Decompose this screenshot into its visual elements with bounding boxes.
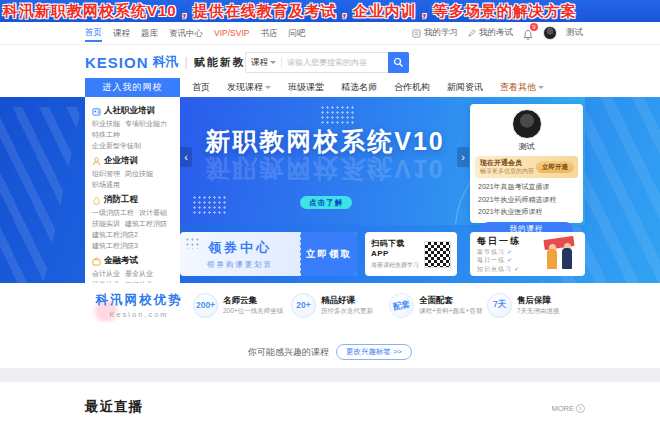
category-title[interactable]: 人社职业培训 bbox=[104, 105, 155, 117]
top-nav-qa[interactable]: 问吧 bbox=[288, 26, 305, 40]
qr-code bbox=[424, 241, 451, 268]
advantage-badge: 7天 bbox=[487, 293, 512, 318]
category-title[interactable]: 消防工程 bbox=[104, 194, 138, 206]
search-category-label: 课程 bbox=[251, 57, 268, 69]
vip-banner: 现在开通会员 畅享更多优质的内容 立即开通 bbox=[475, 156, 578, 178]
advantage-desc: 200+位一线名师坐镇 bbox=[223, 306, 283, 315]
chevron-down-icon bbox=[538, 86, 544, 89]
category-sub-link[interactable]: 技能实训 bbox=[92, 219, 120, 229]
user-course-link[interactable]: 2021年真题考试直播课 bbox=[478, 181, 575, 194]
logo[interactable]: KESION 科汛 | 赋能新教育 bbox=[85, 53, 259, 71]
advantage-desc: 课程+资料+题库+答疑 bbox=[419, 306, 482, 315]
chevron-down-icon bbox=[265, 86, 271, 89]
more-link[interactable]: MORE › bbox=[552, 404, 586, 413]
main-nav-home[interactable]: 首页 bbox=[192, 81, 210, 94]
carousel-prev-button[interactable]: ‹ bbox=[180, 147, 192, 167]
recent-live-header: 最近直播 MORE › bbox=[85, 398, 585, 416]
daily-practice-item[interactable]: 每日一练✓ bbox=[477, 256, 540, 265]
advantage-title: 名师云集 bbox=[223, 295, 283, 306]
category-sub-link[interactable]: 建筑工程消防3 bbox=[92, 241, 138, 251]
section-separator-band bbox=[0, 368, 660, 382]
enter-my-school-button[interactable]: 进入我的网校 bbox=[85, 78, 180, 97]
page: 科汛新职教网校系统V10，提供在线教育及考试，企业内训，等多场景的解决方案 首页… bbox=[0, 0, 660, 421]
recent-live-title: 最近直播 bbox=[85, 398, 143, 416]
carousel-next-button[interactable]: › bbox=[457, 147, 469, 167]
category-finance-exam: 金融考试 会计从业 基金从业 证券从业 银行从业 期货从业 bbox=[92, 255, 173, 283]
advantage-badge: 200+ bbox=[193, 293, 218, 318]
vip-open-button[interactable]: 立即开通 bbox=[536, 161, 574, 173]
my-exam-label: 我的考试 bbox=[479, 27, 513, 39]
top-nav-home[interactable]: 首页 bbox=[85, 25, 102, 42]
category-sub-link[interactable]: 岗位技能 bbox=[125, 169, 153, 179]
search-box: 课程 bbox=[245, 52, 388, 73]
user-course-link[interactable]: 2021年执业医师课程 bbox=[478, 206, 575, 219]
category-sub-link[interactable]: 证券从业 bbox=[92, 280, 120, 283]
banner-title-box: 新职教网校系统V10 新职教网校系统V10 bbox=[180, 125, 470, 185]
avatar[interactable] bbox=[543, 26, 557, 40]
daily-practice-title: 每日一练 bbox=[477, 235, 540, 248]
category-sub-link[interactable]: 一级消防工程 bbox=[92, 208, 134, 218]
search-category-dropdown[interactable]: 课程 bbox=[246, 57, 281, 69]
category-fire-engineering: 消防工程 一级消防工程 设计基础 技能实训 建筑工程消防 建筑工程消防2 建筑工… bbox=[92, 194, 173, 251]
notifications-button[interactable]: 9 bbox=[522, 27, 534, 39]
search-button[interactable] bbox=[388, 52, 409, 73]
top-nav: 首页 课程 题库 资讯中心 VIP/SVIP 书店 问吧 我的学习 我的考试 9… bbox=[0, 22, 660, 45]
main-nav-discover-courses[interactable]: 发现课程 bbox=[227, 81, 271, 94]
banner-cta-button[interactable]: 点击了解 bbox=[300, 196, 352, 209]
advantage-guarantee: 7天 售后保障 7天无理由退换 bbox=[487, 293, 585, 318]
daily-practice-item[interactable]: 知识点练习✓ bbox=[477, 265, 540, 274]
advantage-teachers: 200+ 名师云集 200+位一线名师坐镇 bbox=[193, 293, 291, 318]
username[interactable]: 测试 bbox=[566, 27, 583, 39]
category-sub-link[interactable]: 建筑工程消防 bbox=[125, 219, 167, 229]
check-icon: ✓ bbox=[507, 257, 513, 263]
search-input[interactable] bbox=[282, 58, 388, 67]
interest-text: 你可能感兴趣的课程 bbox=[248, 346, 329, 359]
top-nav-question-bank[interactable]: 题库 bbox=[141, 26, 158, 40]
top-nav-vip[interactable]: VIP/SVIP bbox=[214, 26, 249, 40]
daily-practice-card: 每日一练 章节练习✓ 每日一练✓ 知识点练习✓ bbox=[470, 232, 585, 276]
category-sub-link[interactable]: 银行从业 bbox=[125, 280, 153, 283]
my-exam-link[interactable]: 我的考试 bbox=[467, 27, 513, 39]
cheering-people-illustration bbox=[540, 235, 578, 273]
category-title[interactable]: 企业培训 bbox=[104, 155, 138, 167]
advantage-title: 精品好课 bbox=[321, 295, 373, 306]
main-nav-links: 首页 发现课程 班级课堂 精选名师 合作机构 新闻资讯 查看其他 bbox=[192, 78, 544, 97]
logo-divider: | bbox=[185, 55, 188, 69]
advantages-domain: Kesion.com bbox=[85, 310, 193, 319]
top-nav-bookstore[interactable]: 书店 bbox=[260, 26, 277, 40]
category-sub-link[interactable]: 基金从业 bbox=[125, 269, 153, 279]
advantages-bar: 科汛网校优势 Kesion.com 200+ 名师云集 200+位一线名师坐镇 … bbox=[85, 287, 585, 323]
main-nav-class-room[interactable]: 班级课堂 bbox=[288, 81, 324, 94]
top-nav-news-center[interactable]: 资讯中心 bbox=[169, 26, 203, 40]
change-interest-tags-button[interactable]: 更改兴趣标签 >> bbox=[336, 344, 412, 360]
category-sub-link[interactable]: 职业技能 bbox=[92, 119, 120, 129]
main-nav-featured-teachers[interactable]: 精选名师 bbox=[341, 81, 377, 94]
banner-title-reflection: 新职教网校系统V10 bbox=[180, 152, 470, 185]
category-sub-link[interactable]: 专项职业能力 bbox=[125, 119, 167, 129]
advantage-desc: 7天无理由退换 bbox=[517, 306, 560, 315]
advantage-desc: 历经多次迭代更新 bbox=[321, 306, 373, 315]
category-sub-link[interactable]: 组织管理 bbox=[92, 169, 120, 179]
main-nav-partners[interactable]: 合作机构 bbox=[394, 81, 430, 94]
category-sub-link[interactable]: 特殊工种 bbox=[92, 130, 120, 140]
app-download-card: 扫码下载APP 海量课程免费学习 bbox=[365, 232, 457, 276]
main-nav-more[interactable]: 查看其他 bbox=[500, 81, 544, 94]
category-sub-link[interactable]: 设计基础 bbox=[139, 208, 167, 218]
category-sub-link[interactable]: 企业新型学徒制 bbox=[92, 141, 141, 151]
category-title[interactable]: 金融考试 bbox=[104, 255, 138, 267]
category-sub-link[interactable]: 会计从业 bbox=[92, 269, 120, 279]
daily-practice-item[interactable]: 章节练习✓ bbox=[477, 248, 540, 257]
app-download-title: 扫码下载APP bbox=[371, 238, 420, 258]
briefcase-icon bbox=[92, 257, 101, 266]
my-learning-label: 我的学习 bbox=[424, 27, 458, 39]
my-learning-link[interactable]: 我的学习 bbox=[412, 27, 458, 39]
advantage-title: 售后保障 bbox=[517, 295, 560, 306]
category-sub-link[interactable]: 职场通用 bbox=[92, 180, 120, 190]
category-sub-link[interactable]: 建筑工程消防2 bbox=[92, 230, 138, 240]
user-card-avatar[interactable] bbox=[512, 109, 542, 139]
user-course-link[interactable]: 2021年执业药师精选课程 bbox=[478, 194, 575, 207]
top-nav-courses[interactable]: 课程 bbox=[113, 26, 130, 40]
notification-badge: 9 bbox=[530, 23, 538, 31]
main-nav-news[interactable]: 新闻资讯 bbox=[447, 81, 483, 94]
coupon-claim-button[interactable]: 立即领取 bbox=[300, 232, 357, 276]
